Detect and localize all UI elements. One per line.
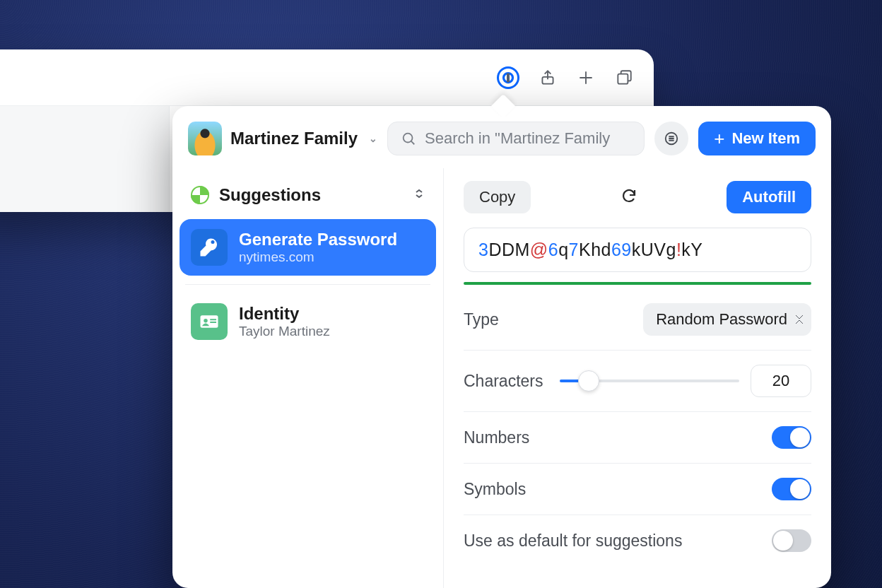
new-item-label: New Item [731,129,800,148]
refresh-button[interactable] [621,187,637,207]
generator-panel: Copy Autofill 3DDM@6q7Khd69kUVg!kY Type [444,168,831,588]
separator [185,284,430,285]
type-dropdown[interactable]: Random Password [643,303,811,336]
symbols-toggle[interactable] [772,478,811,500]
key-icon [191,229,228,266]
default-label: Use as default for suggestions [464,531,682,551]
svg-rect-9 [210,322,216,323]
generated-password-field[interactable]: 3DDM@6q7Khd69kUVg!kY [464,228,811,272]
svg-rect-1 [507,74,509,81]
default-toggle[interactable] [772,529,811,552]
password-strength-bar [464,282,811,285]
popover-header: Martinez Family ⌄ Search in "Martinez Fa… [172,106,831,168]
search-input[interactable]: Search in "Martinez Family [387,122,645,155]
sidebar-item-id[interactable]: IdentityTaylor Martinez [180,293,436,350]
chevron-down-icon: ⌄ [369,133,377,144]
list-settings-icon [664,131,679,146]
type-row: Type Random Password [464,300,811,351]
onepassword-extension-icon[interactable] [497,66,519,89]
suggestions-title: Suggestions [219,185,321,205]
suggestions-icon [191,186,209,204]
characters-slider[interactable] [560,380,739,382]
symbols-label: Symbols [464,480,526,499]
vault-name: Martinez Family [230,129,358,148]
share-icon[interactable] [538,68,558,88]
svg-point-4 [404,134,413,143]
plus-icon[interactable] [576,68,596,88]
characters-row: Characters 20 [464,351,811,412]
new-item-button[interactable]: + New Item [698,122,816,155]
vault-avatar-icon [188,122,222,155]
svg-point-7 [204,319,208,323]
list-item-subtitle: Taylor Martinez [239,324,330,339]
settings-button[interactable] [654,122,688,155]
copy-label: Copy [479,188,515,206]
suggestions-header[interactable]: Suggestions [180,178,436,218]
search-placeholder: Search in "Martinez Family [425,129,610,148]
generated-password-text: 3DDM@6q7Khd69kUVg!kY [478,240,703,259]
suggestions-sidebar: Suggestions Generate Passwordnytimes.com… [172,168,444,588]
numbers-row: Numbers [464,412,811,464]
characters-label: Characters [464,372,543,391]
refresh-icon [621,187,637,204]
browser-toolbar [0,49,654,106]
characters-value: 20 [772,372,789,390]
numbers-label: Numbers [464,428,529,447]
generator-toolbar: Copy Autofill [464,181,811,213]
tabs-overview-icon[interactable] [614,68,634,88]
numbers-toggle[interactable] [772,426,811,449]
sidebar-item-key[interactable]: Generate Passwordnytimes.com [180,219,436,276]
slider-knob[interactable] [578,370,599,392]
list-item-subtitle: nytimes.com [239,249,397,265]
onepassword-popover: Martinez Family ⌄ Search in "Martinez Fa… [172,106,831,588]
popover-body: Suggestions Generate Passwordnytimes.com… [172,168,831,588]
default-row: Use as default for suggestions [464,515,811,566]
id-icon [191,303,228,340]
list-item-title: Identity [239,304,330,324]
sort-chevrons-icon[interactable] [413,188,425,202]
autofill-button[interactable]: Autofill [727,181,811,213]
vault-selector[interactable]: Martinez Family ⌄ [188,122,377,155]
type-label: Type [464,310,499,329]
list-item-title: Generate Password [239,230,397,249]
browser-content-area [0,106,170,212]
search-icon [401,131,416,146]
svg-rect-8 [210,319,216,320]
symbols-row: Symbols [464,464,811,515]
svg-rect-3 [618,74,628,83]
autofill-label: Autofill [742,188,796,206]
type-value: Random Password [656,310,787,329]
copy-button[interactable]: Copy [464,181,531,213]
characters-count[interactable]: 20 [751,365,811,397]
